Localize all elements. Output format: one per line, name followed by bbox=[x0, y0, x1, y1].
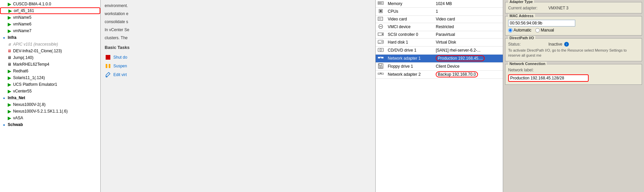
sidebar: ▶ CUSCD-BMA-4.1.0.0 ▶ orf_45_161 ▶ vmNam… bbox=[0, 0, 101, 192]
mac-address-input[interactable] bbox=[508, 20, 575, 26]
network-input-row bbox=[508, 74, 639, 82]
edit-icon bbox=[105, 71, 111, 78]
sidebar-item-solaris[interactable]: ▶ Solaris11_1(.124) bbox=[0, 74, 100, 81]
content-text4: In vCenter Se bbox=[105, 27, 371, 33]
sidebar-item-jump[interactable]: 🖥 Jump(.140) bbox=[0, 54, 100, 61]
table-row-selected[interactable]: Network adapter 1 Production 192.168.45.… bbox=[376, 54, 503, 62]
sidebar-item-label: vmName7 bbox=[13, 28, 32, 33]
network-connection-title: Network Connection bbox=[508, 62, 547, 66]
table-row[interactable]: Video card Video card bbox=[376, 15, 503, 23]
content-inner: environment. workstation e consolidate s… bbox=[101, 0, 375, 82]
hw-label-selected: Network adapter 1 bbox=[386, 54, 434, 62]
radio-manual-input[interactable] bbox=[535, 28, 540, 33]
radio-automatic[interactable]: Automatic bbox=[508, 28, 531, 33]
hw-label: CD/DVD drive 1 bbox=[386, 46, 434, 54]
content-text5: clusters. The bbox=[105, 35, 371, 41]
group-icon: ● bbox=[1, 122, 7, 127]
svg-rect-7 bbox=[379, 2, 380, 4]
table-row[interactable]: VMCI device Restricted bbox=[376, 23, 503, 31]
table-row[interactable]: SCSI controller 0 Paravirtual bbox=[376, 31, 503, 38]
server-icon: 🖥 bbox=[7, 55, 12, 60]
sidebar-item-vcenter55[interactable]: ▶ vCenter55 bbox=[0, 88, 100, 94]
sidebar-item-schwab[interactable]: ● Schwab bbox=[0, 121, 100, 128]
table-row[interactable]: Floppy drive 1 Client Device bbox=[376, 62, 503, 70]
adapter-type-row: Current adapter: VMXNET 3 bbox=[508, 6, 639, 10]
task-edit[interactable]: Edit virt bbox=[105, 70, 371, 79]
backup-network-badge: Backup 192.168.70.0 bbox=[436, 71, 478, 77]
info-icon[interactable]: i bbox=[564, 42, 569, 47]
hw-value: 1024 MB bbox=[434, 0, 503, 7]
sidebar-item-label: APIC v101 (inaccessible) bbox=[13, 42, 58, 47]
hw-icon-cell bbox=[376, 31, 386, 38]
sidebar-item-dev-infra[interactable]: 🖥 DEV-Infra2-01_Clone(.123) bbox=[0, 48, 100, 54]
right-panel: Adapter Type Current adapter: VMXNET 3 M… bbox=[503, 0, 644, 192]
directpath-status-value: Inactive bbox=[548, 42, 562, 47]
sidebar-item-label: vCenter55 bbox=[13, 89, 32, 93]
table-row[interactable]: Hard disk 1 Virtual Disk bbox=[376, 38, 503, 46]
directpath-title: DirectPath I/O bbox=[508, 36, 535, 40]
shutdown-icon bbox=[105, 54, 111, 61]
table-row[interactable]: Memory 1024 MB bbox=[376, 0, 503, 7]
sidebar-item-label: Infra_Net bbox=[8, 95, 25, 100]
sidebar-item-label: CUSCD-BMA-4.1.0.0 bbox=[13, 2, 51, 6]
hw-value: Paravirtual bbox=[434, 31, 503, 38]
svg-rect-25 bbox=[381, 57, 383, 58]
sidebar-item-nexus2[interactable]: ▶ Nexus1000V-5.2.1.SK1.1.1(.6) bbox=[0, 108, 100, 115]
sidebar-item-orf[interactable]: ▶ orf_45_161 bbox=[0, 7, 100, 14]
error-icon: 🖥 bbox=[7, 48, 12, 54]
vm-icon: ▶ bbox=[7, 8, 13, 13]
directpath-info-text: To activate DirectPath I/O, go to the Re… bbox=[508, 48, 639, 58]
hw-value-selected: Production 192.168.45.... bbox=[434, 54, 503, 62]
hw-label: Hard disk 1 bbox=[386, 38, 434, 46]
production-network-badge: Production 192.168.45.... bbox=[436, 55, 485, 61]
sidebar-item-vmname5[interactable]: ▶ vmName5 bbox=[0, 14, 100, 21]
radio-automatic-input[interactable] bbox=[508, 28, 513, 33]
svg-point-17 bbox=[382, 34, 383, 35]
current-adapter-value: VMXNET 3 bbox=[548, 6, 569, 10]
sidebar-item-label: Solaris11_1(.124) bbox=[13, 75, 45, 80]
task-suspend[interactable]: Suspen bbox=[105, 62, 371, 70]
sidebar-item-infra[interactable]: ● Infra bbox=[0, 34, 100, 41]
hw-icon-cell bbox=[376, 70, 386, 78]
basic-tasks: Basic Tasks Shut do bbox=[105, 44, 371, 79]
hw-label: CPUs bbox=[386, 7, 434, 15]
server-icon: 🖥 bbox=[7, 62, 12, 67]
sidebar-item-label: MarkRHEL62Temp4 bbox=[13, 62, 49, 67]
group-icon: ● bbox=[1, 95, 7, 101]
sidebar-item-cuscd[interactable]: ▶ CUSCD-BMA-4.1.0.0 bbox=[0, 1, 100, 7]
sidebar-item-apic[interactable]: 🖥 APIC v101 (inaccessible) bbox=[0, 41, 100, 48]
table-row[interactable]: Network adapter 2 Backup 192.168.70.0 bbox=[376, 70, 503, 78]
network-value-input[interactable] bbox=[508, 74, 589, 82]
sidebar-item-nexus1[interactable]: ▶ Nexus1000V-2(.8) bbox=[0, 101, 100, 108]
table-row[interactable]: CD/DVD drive 1 [SAN1] rhel-server-6.2-..… bbox=[376, 46, 503, 54]
sidebar-item-label: orf_45_161 bbox=[14, 8, 34, 13]
task-shutdown[interactable]: Shut do bbox=[105, 53, 371, 62]
sidebar-item-infra-net[interactable]: ● Infra_Net bbox=[0, 94, 100, 101]
adapter-type-group: Adapter Type Current adapter: VMXNET 3 bbox=[505, 2, 642, 13]
sidebar-item-label: Schwab bbox=[8, 122, 23, 127]
svg-point-23 bbox=[380, 50, 381, 50]
sidebar-item-vmname6[interactable]: ▶ vmName6 bbox=[0, 21, 100, 27]
hw-value: 1 bbox=[434, 7, 503, 15]
mac-address-title: MAC Address bbox=[508, 14, 535, 18]
hw-value: [SAN1] rhel-server-6.2-... bbox=[434, 46, 503, 54]
restricted-text: Restricted bbox=[436, 24, 454, 29]
hardware-panel: Memory 1024 MB CPUs 1 Video card bbox=[376, 0, 503, 192]
sidebar-item-ucs[interactable]: ▶ UCS Platform Emulator1 bbox=[0, 81, 100, 88]
svg-rect-11 bbox=[380, 10, 382, 12]
directpath-status-label: Status: bbox=[508, 42, 548, 47]
svg-point-31 bbox=[380, 66, 381, 67]
content-text3: consolidate s bbox=[105, 19, 371, 25]
hw-icon-cell bbox=[376, 54, 386, 62]
radio-manual[interactable]: Manual bbox=[535, 28, 554, 33]
sidebar-item-vmname7[interactable]: ▶ vmName7 bbox=[0, 27, 100, 34]
hw-value: Client Device bbox=[434, 62, 503, 70]
network-label-row: Network label: bbox=[508, 68, 639, 72]
hw-label: Network adapter 2 bbox=[386, 70, 434, 78]
sidebar-item-markrhel[interactable]: 🖥 MarkRHEL62Temp4 bbox=[0, 61, 100, 68]
sidebar-item-vasa[interactable]: ▶ vASA bbox=[0, 115, 100, 121]
svg-rect-8 bbox=[380, 2, 381, 4]
sidebar-item-redhat6[interactable]: ▶ Redhat6 bbox=[0, 68, 100, 74]
vm-icon: ▶ bbox=[7, 102, 12, 107]
table-row[interactable]: CPUs 1 bbox=[376, 7, 503, 15]
